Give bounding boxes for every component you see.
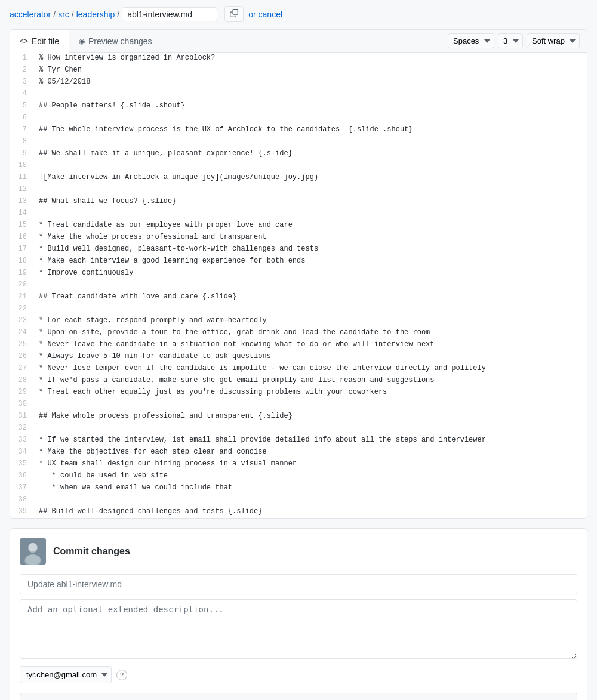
email-row: tyr.chen@gmail.com ? <box>20 666 577 683</box>
line-content-34: * Make the objectives for each step clea… <box>34 446 587 458</box>
editor-options: Spaces Tabs 3 2 4 8 Soft wrap No wrap <box>441 30 587 52</box>
line-content-2: % Tyr Chen <box>34 64 587 76</box>
line-num-39: 39 <box>10 506 34 517</box>
code-line-33: 33 * If we started the interview, 1st em… <box>10 434 587 446</box>
line-num-13: 13 <box>10 196 34 207</box>
cancel-link[interactable]: or cancel <box>248 10 282 19</box>
code-line-11: 11 ![Make interview in Arcblock a unique… <box>10 172 587 184</box>
line-num-32: 32 <box>10 423 34 434</box>
code-line-28: 28 * If we'd pass a candidate, make sure… <box>10 375 587 387</box>
line-num-16: 16 <box>10 232 34 243</box>
code-line-39: 39 ## Build well-designed challenges and… <box>10 506 587 518</box>
code-line-5: 5 ## People matters! {.slide .shout} <box>10 100 587 112</box>
preview-changes-tab[interactable]: ◉ Preview changes <box>69 30 162 52</box>
line-content-9: ## We shall make it a unique, pleasant e… <box>34 148 587 159</box>
breadcrumb: accelerator / src / leadership / or canc… <box>10 6 587 22</box>
code-line-19: 19 * Improve continuously <box>10 267 587 279</box>
code-line-34: 34 * Make the objectives for each step c… <box>10 446 587 458</box>
line-content-37: * when we send email we could include th… <box>34 482 587 494</box>
line-content-21: ## Treat candidate with love and care {.… <box>34 291 587 303</box>
code-line-21: 21 ## Treat candidate with love and care… <box>10 291 587 303</box>
code-line-3: 3 % 05/12/2018 <box>10 76 587 88</box>
code-line-26: 26 * Always leave 5-10 min for candidate… <box>10 351 587 363</box>
spaces-select[interactable]: Spaces Tabs <box>448 33 494 48</box>
line-content-3: % 05/12/2018 <box>34 76 587 88</box>
code-line-35: 35 * UX team shall design our hiring pro… <box>10 458 587 470</box>
line-num-6: 6 <box>10 112 34 124</box>
code-line-16: 16 * Make the whole process professional… <box>10 232 587 243</box>
line-content-26: * Always leave 5-10 min for candidate to… <box>34 351 587 362</box>
editor-tabs: <> Edit file ◉ Preview changes <box>10 30 162 52</box>
code-line-9: 9 ## We shall make it a unique, pleasant… <box>10 148 587 160</box>
code-line-29: 29 * Treat each other equally just as yo… <box>10 387 587 399</box>
code-line-36: 36 * could be used in web site <box>10 470 587 482</box>
line-content-39: ## Build well-designed challenges and te… <box>34 506 587 517</box>
edit-file-tab[interactable]: <> Edit file <box>10 30 69 53</box>
line-content-11: ![Make interview in Arcblock a unique jo… <box>34 172 587 183</box>
line-content-1: % How interview is organized in Arcblock… <box>34 53 587 64</box>
line-num-4: 4 <box>10 88 34 100</box>
commit-description-textarea[interactable] <box>20 599 577 659</box>
line-num-17: 17 <box>10 243 34 255</box>
line-num-21: 21 <box>10 291 34 303</box>
line-num-8: 8 <box>10 136 34 147</box>
line-num-24: 24 <box>10 327 34 338</box>
line-num-23: 23 <box>10 315 34 326</box>
code-editor[interactable]: 1 % How interview is organized in Arcblo… <box>10 53 587 518</box>
line-num-11: 11 <box>10 172 34 183</box>
code-line-15: 15 * Treat candidate as our employee wit… <box>10 220 587 232</box>
line-content-31: ## Make whole process professional and t… <box>34 411 587 422</box>
line-num-2: 2 <box>10 64 34 76</box>
line-num-31: 31 <box>10 411 34 422</box>
softwrap-select[interactable]: Soft wrap No wrap <box>527 33 580 48</box>
code-line-22: 22 <box>10 303 587 315</box>
line-num-33: 33 <box>10 434 34 446</box>
code-line-1: 1 % How interview is organized in Arcblo… <box>10 53 587 64</box>
src-link[interactable]: src <box>58 10 69 19</box>
line-num-34: 34 <box>10 446 34 458</box>
help-icon[interactable]: ? <box>116 670 127 680</box>
code-line-24: 24 * Upon on-site, provide a tour to the… <box>10 327 587 339</box>
repo-link[interactable]: accelerator <box>10 10 51 19</box>
line-content-5: ## People matters! {.slide .shout} <box>34 100 587 112</box>
code-line-2: 2 % Tyr Chen <box>10 64 587 76</box>
commit-form: tyr.chen@gmail.com ? ⇢ Commit directly t… <box>20 574 577 700</box>
indent-select[interactable]: 3 2 4 8 <box>498 33 523 48</box>
line-content-19: * Improve continuously <box>34 267 587 279</box>
line-num-26: 26 <box>10 351 34 362</box>
folder-link[interactable]: leadership <box>76 10 115 19</box>
code-line-38: 38 <box>10 494 587 506</box>
line-content-35: * UX team shall design our hiring proces… <box>34 458 587 470</box>
commit-header: Commit changes <box>20 538 577 565</box>
code-line-14: 14 <box>10 208 587 220</box>
line-content-36: * could be used in web site <box>34 470 587 482</box>
edit-icon: <> <box>20 37 28 45</box>
code-line-25: 25 * Never leave the candidate in a situ… <box>10 339 587 351</box>
radio-group: ⇢ Commit directly to the master branch. … <box>20 693 577 700</box>
code-line-20: 20 <box>10 279 587 291</box>
eye-icon: ◉ <box>79 37 85 45</box>
code-line-18: 18 * Make each interview a good learning… <box>10 255 587 267</box>
line-num-1: 1 <box>10 53 34 64</box>
line-num-38: 38 <box>10 494 34 505</box>
line-num-29: 29 <box>10 387 34 398</box>
sep2: / <box>72 10 74 19</box>
line-num-37: 37 <box>10 482 34 494</box>
sep1: / <box>53 10 56 19</box>
line-num-3: 3 <box>10 76 34 88</box>
edit-tab-label: Edit file <box>32 36 59 46</box>
copy-button[interactable] <box>224 6 244 22</box>
code-line-6: 6 <box>10 112 587 124</box>
filename-input[interactable] <box>122 7 217 21</box>
commit-message-input[interactable] <box>20 574 577 594</box>
line-content-7: ## The whole interview process is the UX… <box>34 124 587 135</box>
code-line-12: 12 <box>10 184 587 196</box>
code-line-31: 31 ## Make whole process professional an… <box>10 411 587 423</box>
code-line-32: 32 <box>10 423 587 434</box>
line-num-10: 10 <box>10 160 34 171</box>
line-num-27: 27 <box>10 363 34 374</box>
line-content-15: * Treat candidate as our employee with p… <box>34 220 587 231</box>
line-num-20: 20 <box>10 279 34 291</box>
line-num-9: 9 <box>10 148 34 159</box>
email-select[interactable]: tyr.chen@gmail.com <box>20 666 112 683</box>
